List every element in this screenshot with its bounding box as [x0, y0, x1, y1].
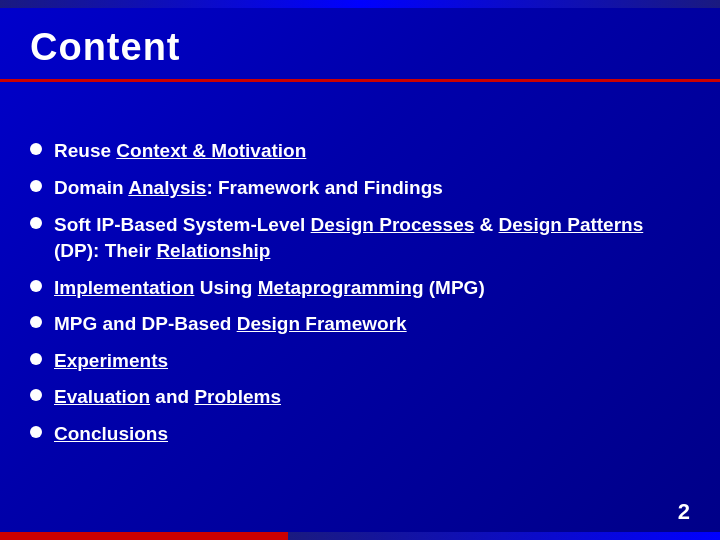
- bullet-text: MPG and DP-Based Design Framework: [54, 311, 407, 338]
- bullet-text: Reuse Context & Motivation: [54, 138, 306, 165]
- bullet-text: Evaluation and Problems: [54, 384, 281, 411]
- bullet-dot: [30, 180, 42, 192]
- bottom-accent-bar: [0, 532, 720, 540]
- list-item: Conclusions: [30, 421, 690, 448]
- slide-content: Reuse Context & Motivation Domain Analys…: [0, 87, 720, 499]
- bullet-text: Implementation Using Metaprogramming (MP…: [54, 275, 485, 302]
- list-item: Reuse Context & Motivation: [30, 138, 690, 165]
- list-item: Soft IP-Based System-Level Design Proces…: [30, 212, 690, 265]
- bullet-text: Domain Analysis: Framework and Findings: [54, 175, 443, 202]
- bullet-dot: [30, 143, 42, 155]
- slide: Content Reuse Context & Motivation Domai…: [0, 0, 720, 540]
- bullet-dot: [30, 353, 42, 365]
- bullet-dot: [30, 426, 42, 438]
- bullet-list: Reuse Context & Motivation Domain Analys…: [30, 138, 690, 447]
- list-item: Experiments: [30, 348, 690, 375]
- slide-header: Content: [0, 8, 720, 82]
- list-item: Implementation Using Metaprogramming (MP…: [30, 275, 690, 302]
- list-item: Domain Analysis: Framework and Findings: [30, 175, 690, 202]
- bullet-dot: [30, 280, 42, 292]
- bullet-text: Experiments: [54, 348, 168, 375]
- bullet-dot: [30, 316, 42, 328]
- list-item: MPG and DP-Based Design Framework: [30, 311, 690, 338]
- slide-title: Content: [30, 26, 690, 69]
- page-number: 2: [678, 499, 690, 525]
- list-item: Evaluation and Problems: [30, 384, 690, 411]
- bullet-text: Soft IP-Based System-Level Design Proces…: [54, 212, 690, 265]
- bullet-dot: [30, 389, 42, 401]
- bullet-dot: [30, 217, 42, 229]
- top-accent-bar: [0, 0, 720, 8]
- bullet-text: Conclusions: [54, 421, 168, 448]
